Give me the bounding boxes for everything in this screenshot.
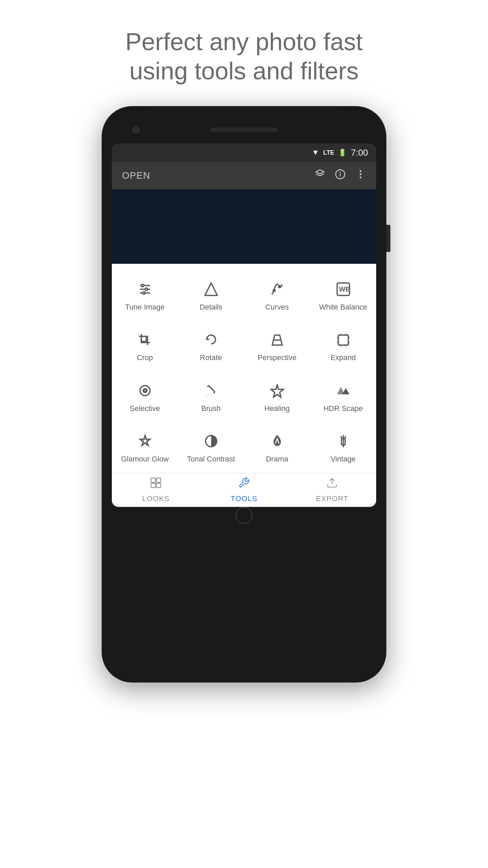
- svg-point-5: [360, 177, 361, 178]
- svg-line-27: [214, 392, 215, 393]
- nav-export[interactable]: EXPORT: [288, 477, 376, 503]
- tools-grid: Tune Image Details: [112, 271, 376, 473]
- tool-tune-image[interactable]: Tune Image: [112, 271, 178, 321]
- tonal-contrast-label: Tonal Contrast: [187, 455, 235, 463]
- svg-point-13: [273, 290, 275, 292]
- svg-marker-30: [342, 388, 349, 394]
- looks-nav-label: LOOKS: [142, 494, 170, 503]
- crop-icon: [138, 331, 152, 349]
- rotate-label: Rotate: [200, 353, 222, 362]
- tool-glamour-glow[interactable]: Glamour Glow: [112, 422, 178, 473]
- tool-selective[interactable]: Selective: [112, 372, 178, 422]
- tool-perspective[interactable]: Perspective: [244, 321, 310, 372]
- svg-line-25: [208, 386, 215, 392]
- tool-hdr-scape[interactable]: HDR Scape: [310, 372, 376, 422]
- phone-device: ▼ LTE 🔋 7:00 OPEN: [102, 106, 386, 683]
- battery-icon: 🔋: [338, 149, 347, 157]
- glamour-glow-icon: [138, 432, 152, 451]
- tool-crop[interactable]: Crop: [112, 321, 178, 372]
- svg-rect-17: [141, 336, 146, 341]
- tool-curves[interactable]: Curves: [244, 271, 310, 321]
- white-balance-label: White Balance: [319, 303, 367, 312]
- selective-label: Selective: [130, 404, 160, 413]
- hdr-scape-icon: [336, 381, 351, 400]
- info-icon[interactable]: [335, 169, 346, 182]
- front-camera: [132, 126, 140, 134]
- curves-label: Curves: [265, 303, 289, 312]
- healing-label: Healing: [264, 404, 290, 413]
- crop-label: Crop: [137, 353, 153, 362]
- brush-icon: [204, 381, 219, 400]
- nav-looks[interactable]: LOOKS: [112, 477, 200, 503]
- open-button[interactable]: OPEN: [122, 170, 150, 181]
- more-icon[interactable]: [355, 169, 366, 182]
- healing-icon: [270, 381, 285, 400]
- svg-point-14: [279, 286, 281, 288]
- expand-label: Expand: [330, 353, 356, 362]
- svg-rect-41: [151, 484, 156, 488]
- svg-marker-12: [205, 283, 217, 296]
- looks-nav-icon: [150, 477, 162, 492]
- tool-drama[interactable]: Drama: [244, 422, 310, 473]
- tune-image-label: Tune Image: [125, 303, 165, 312]
- phone-screen: ▼ LTE 🔋 7:00 OPEN: [112, 143, 376, 507]
- top-bezel: [112, 116, 376, 143]
- svg-point-4: [360, 174, 361, 175]
- bottom-bezel: [112, 507, 376, 524]
- nav-tools[interactable]: TOOLS: [200, 477, 288, 503]
- svg-point-24: [144, 390, 146, 391]
- tool-brush[interactable]: Brush: [178, 372, 244, 422]
- perspective-icon: [270, 331, 285, 349]
- svg-line-26: [207, 386, 209, 387]
- expand-icon: [336, 331, 351, 349]
- status-time: 7:00: [351, 147, 368, 158]
- export-nav-icon: [326, 477, 338, 492]
- svg-point-11: [142, 292, 145, 294]
- details-icon: [204, 280, 219, 299]
- tools-nav-icon: [238, 477, 250, 492]
- bottom-nav: LOOKS TOOLS: [112, 473, 376, 507]
- selective-icon: [138, 381, 152, 400]
- curves-icon: [270, 280, 285, 299]
- vintage-icon: [336, 432, 351, 451]
- tune-image-icon: [138, 280, 152, 299]
- layers-icon[interactable]: [314, 169, 325, 182]
- rotate-icon: [204, 331, 219, 349]
- tool-tonal-contrast[interactable]: Tonal Contrast: [178, 422, 244, 473]
- tool-healing[interactable]: Healing: [244, 372, 310, 422]
- brush-label: Brush: [201, 404, 221, 413]
- phone-shell: ▼ LTE 🔋 7:00 OPEN: [102, 106, 386, 683]
- tools-panel: Tune Image Details: [112, 264, 376, 507]
- svg-marker-31: [140, 436, 150, 446]
- tool-details[interactable]: Details: [178, 271, 244, 321]
- tagline-line2: using tools and filters: [129, 57, 359, 84]
- svg-point-3: [360, 170, 361, 172]
- app-toolbar: OPEN: [112, 162, 376, 189]
- status-bar: ▼ LTE 🔋 7:00: [112, 143, 376, 162]
- glamour-glow-label: Glamour Glow: [121, 455, 169, 463]
- wifi-icon: ▼: [312, 148, 319, 157]
- svg-rect-40: [151, 478, 156, 482]
- tool-rotate[interactable]: Rotate: [178, 321, 244, 372]
- svg-text:WB: WB: [339, 286, 350, 293]
- drama-label: Drama: [266, 455, 288, 463]
- side-button: [386, 225, 390, 252]
- drama-icon: [270, 432, 285, 451]
- photo-canvas[interactable]: [112, 189, 376, 264]
- toolbar-icons: [314, 169, 366, 182]
- speaker: [210, 127, 278, 132]
- tools-nav-label: TOOLS: [230, 494, 257, 503]
- tagline-line1: Perfect any photo fast: [125, 28, 363, 55]
- details-label: Details: [200, 303, 222, 312]
- svg-point-9: [141, 284, 144, 287]
- tonal-contrast-icon: [204, 432, 219, 451]
- svg-marker-28: [271, 384, 283, 398]
- home-button[interactable]: [236, 507, 252, 524]
- svg-rect-21: [338, 335, 348, 345]
- tool-vintage[interactable]: Vintage: [310, 422, 376, 473]
- lte-icon: LTE: [323, 149, 334, 156]
- hdr-scape-label: HDR Scape: [323, 404, 363, 413]
- tool-white-balance[interactable]: WB White Balance: [310, 271, 376, 321]
- tool-expand[interactable]: Expand: [310, 321, 376, 372]
- svg-rect-42: [156, 478, 161, 482]
